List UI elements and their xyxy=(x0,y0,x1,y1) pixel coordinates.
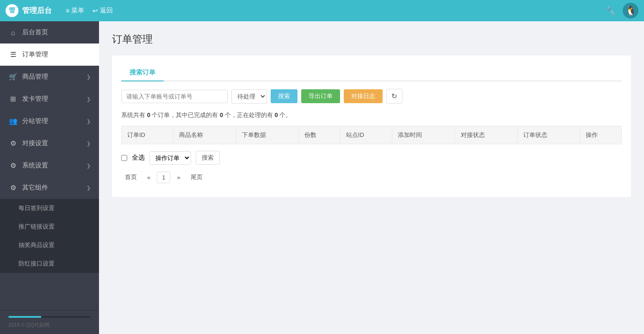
sidebar-sub-anti-red[interactable]: 防红接口设置 xyxy=(0,254,99,273)
products-icon: 🛒 xyxy=(8,72,18,81)
select-all-checkbox[interactable] xyxy=(121,155,127,161)
layout: ⌂ 后台首页 ☰ 订单管理 🛒 商品管理 ❯ ⊞ 发卡管理 ❯ 👥 分站管理 ❯… xyxy=(0,21,644,334)
system-icon: ⚙ xyxy=(8,161,18,170)
col-order-id: 订单ID xyxy=(122,126,173,144)
sidebar: ⌂ 后台首页 ☰ 订单管理 🛒 商品管理 ❯ ⊞ 发卡管理 ❯ 👥 分站管理 ❯… xyxy=(0,21,99,334)
page-title: 订单管理 xyxy=(112,32,631,46)
back-icon: ↩ xyxy=(93,7,98,14)
branches-icon: 👥 xyxy=(8,117,18,126)
sidebar-item-products[interactable]: 🛒 商品管理 ❯ xyxy=(0,66,99,88)
sidebar-sub-label-lottery: 抽奖商品设置 xyxy=(19,241,55,248)
chevron-down-icon: ❯ xyxy=(87,185,91,191)
sidebar-label-docking: 对接设置 xyxy=(22,139,48,148)
cards-icon: ⊞ xyxy=(8,94,18,104)
sidebar-sub-lottery[interactable]: 抽奖商品设置 xyxy=(0,236,99,254)
refresh-button[interactable]: ↻ xyxy=(386,89,402,104)
avatar[interactable]: 🐧 xyxy=(623,3,638,19)
table-head: 订单ID 商品名称 下单数据 份数 站点ID 添加时间 对接状态 订单状态 操作 xyxy=(122,126,622,144)
page-prev[interactable]: « xyxy=(143,172,154,183)
col-product-name: 商品名称 xyxy=(173,126,236,144)
sidebar-sub-menu: 每日签到设置 推广链接设置 抽奖商品设置 防红接口设置 xyxy=(0,199,99,273)
docking-icon: ⚙ xyxy=(8,139,18,148)
col-order-status: 订单状态 xyxy=(517,126,580,144)
back-button[interactable]: ↩ 返回 xyxy=(93,6,113,15)
chevron-right-icon3: ❯ xyxy=(87,118,91,124)
sidebar-sub-promo[interactable]: 推广链接设置 xyxy=(0,217,99,236)
action-select[interactable]: 操作订单 xyxy=(149,151,191,165)
page-current: 1 xyxy=(157,172,170,183)
bottom-search-button[interactable]: 搜索 xyxy=(196,151,220,165)
orders-icon: ☰ xyxy=(8,50,18,59)
other-icon: ⚙ xyxy=(8,183,18,192)
search-row: 待处理 已完成 处理中 失败 搜索 导出订单 对接日志 ↻ xyxy=(121,89,622,104)
processing-count: 0 xyxy=(275,111,278,118)
col-action: 操作 xyxy=(580,126,622,144)
nav-actions: ≡ 菜单 ↩ 返回 xyxy=(66,6,113,15)
sidebar-label-branches: 分站管理 xyxy=(22,117,48,125)
sidebar-label-other: 其它组件 xyxy=(22,184,48,192)
sidebar-sub-label-anti-red: 防红接口设置 xyxy=(19,260,55,267)
status-select[interactable]: 待处理 已完成 处理中 失败 xyxy=(231,89,267,104)
right-icons: 🔧 🐧 xyxy=(605,3,638,19)
sidebar-item-branches[interactable]: 👥 分站管理 ❯ xyxy=(0,110,99,132)
log-button[interactable]: 对接日志 xyxy=(344,89,383,103)
main-content: 订单管理 搜索订单 待处理 已完成 处理中 失败 搜索 导出订单 对接日志 xyxy=(99,21,644,334)
sidebar-label-cards: 发卡管理 xyxy=(22,95,48,103)
col-order-data: 下单数据 xyxy=(236,126,298,144)
search-button[interactable]: 搜索 xyxy=(271,89,297,103)
sidebar-sub-daily-sign[interactable]: 每日签到设置 xyxy=(0,199,99,217)
total-count: 0 xyxy=(147,111,150,118)
stats-row: 系统共有 0 个订单，其中已完成的有 0 个，正在处理的有 0 个。 xyxy=(121,111,622,119)
page-last[interactable]: 尾页 xyxy=(187,171,206,183)
top-header: 管 管理后台 ≡ 菜单 ↩ 返回 🔧 🐧 xyxy=(0,0,644,21)
select-all-label: 全选 xyxy=(132,154,145,162)
table-header-row: 订单ID 商品名称 下单数据 份数 站点ID 添加时间 对接状态 订单状态 操作 xyxy=(122,126,622,144)
sidebar-footer: 2019 © QQ代刷网 xyxy=(0,310,99,334)
pagination: 首页 « 1 » 尾页 xyxy=(121,171,622,183)
col-site-id: 站点ID xyxy=(340,126,392,144)
tab-search-orders[interactable]: 搜索订单 xyxy=(121,65,164,81)
tabs-row: 搜索订单 xyxy=(121,65,622,81)
settings-icon[interactable]: 🔧 xyxy=(605,6,615,16)
col-dock-status: 对接状态 xyxy=(455,126,517,144)
col-add-time: 添加时间 xyxy=(392,126,455,144)
sidebar-item-other[interactable]: ⚙ 其它组件 ❯ xyxy=(0,177,99,199)
logo-area: 管 管理后台 xyxy=(6,4,52,17)
sidebar-sub-label-promo: 推广链接设置 xyxy=(19,223,55,230)
page-first[interactable]: 首页 xyxy=(121,171,141,183)
sidebar-item-dashboard[interactable]: ⌂ 后台首页 xyxy=(0,21,99,43)
bottom-controls: 全选 操作订单 搜索 xyxy=(121,151,622,165)
sidebar-progress-bar xyxy=(8,316,91,318)
menu-button[interactable]: ≡ 菜单 xyxy=(66,6,84,15)
sidebar-label-dashboard: 后台首页 xyxy=(22,28,48,37)
content-card: 搜索订单 待处理 已完成 处理中 失败 搜索 导出订单 对接日志 ↻ 系统共有 xyxy=(112,56,631,197)
sidebar-item-docking[interactable]: ⚙ 对接设置 ❯ xyxy=(0,132,99,155)
sidebar-item-cards[interactable]: ⊞ 发卡管理 ❯ xyxy=(0,88,99,110)
completed-count: 0 xyxy=(220,111,223,118)
export-button[interactable]: 导出订单 xyxy=(301,89,340,103)
menu-icon: ≡ xyxy=(66,7,69,14)
sidebar-item-system[interactable]: ⚙ 系统设置 ❯ xyxy=(0,155,99,177)
search-input[interactable] xyxy=(121,90,228,103)
sidebar-footer-text: 2019 © QQ代刷网 xyxy=(8,322,50,328)
sidebar-progress-fill xyxy=(8,316,41,318)
chevron-right-icon: ❯ xyxy=(87,74,91,80)
sidebar-item-orders[interactable]: ☰ 订单管理 xyxy=(0,43,99,66)
sidebar-sub-label-daily: 每日签到设置 xyxy=(19,204,55,211)
sidebar-label-system: 系统设置 xyxy=(22,161,48,170)
home-icon: ⌂ xyxy=(8,28,18,37)
col-shares: 份数 xyxy=(299,126,341,144)
logo-icon: 管 xyxy=(6,4,19,17)
page-next[interactable]: » xyxy=(173,172,184,183)
app-title: 管理后台 xyxy=(22,6,52,16)
chevron-right-icon5: ❯ xyxy=(87,163,91,169)
sidebar-label-orders: 订单管理 xyxy=(22,50,48,59)
chevron-right-icon4: ❯ xyxy=(87,141,91,147)
orders-table: 订单ID 商品名称 下单数据 份数 站点ID 添加时间 对接状态 订单状态 操作 xyxy=(121,126,622,144)
chevron-right-icon2: ❯ xyxy=(87,96,91,102)
sidebar-label-products: 商品管理 xyxy=(22,73,48,81)
